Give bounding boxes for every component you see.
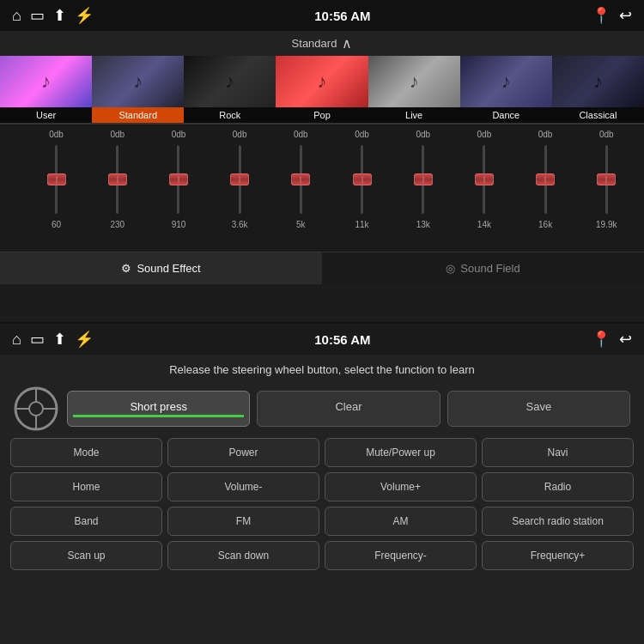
tab-sound-effect[interactable]: ⚙ Sound Effect — [0, 252, 322, 284]
back-icon-2[interactable]: ↩ — [619, 330, 632, 349]
chevron-up-icon[interactable]: ⬆ — [53, 6, 66, 25]
back-icon[interactable]: ↩ — [619, 6, 632, 25]
sound-effect-icon: ⚙ — [121, 262, 131, 275]
sw-btn-group: Short press Clear Save — [67, 391, 630, 427]
location-icon-2[interactable]: 📍 — [592, 330, 611, 349]
top-time: 10:56 AM — [314, 9, 370, 23]
preset-bar[interactable]: Standard ∧ — [0, 31, 644, 56]
fader-track — [422, 145, 424, 214]
preset-thumb-dance[interactable]: ♪ Dance — [460, 56, 552, 123]
bottom-status-left-icons: ⌂ ▭ ⬆ ⚡ — [12, 330, 94, 349]
function-button[interactable]: Scan down — [167, 541, 319, 570]
location-icon[interactable]: 📍 — [592, 6, 611, 25]
function-button[interactable]: AM — [325, 507, 477, 536]
eq-freq-label: 910 — [161, 220, 197, 229]
eq-faders — [26, 141, 637, 218]
preset-label-user: User — [0, 107, 92, 123]
eq-db-label: 0db — [405, 130, 441, 139]
tab-sound-field[interactable]: ◎ Sound Field — [322, 252, 644, 284]
clear-button[interactable]: Clear — [257, 391, 440, 427]
preset-label-pop: Pop — [276, 107, 368, 123]
preset-thumb-standard[interactable]: ♪ Standard — [92, 56, 184, 123]
chevron-up-icon-2[interactable]: ⬆ — [53, 330, 66, 349]
fader-col — [405, 141, 441, 218]
eq-db-label: 0db — [344, 130, 380, 139]
save-button[interactable]: Save — [447, 391, 630, 427]
screen-icon-2[interactable]: ▭ — [30, 330, 45, 349]
preset-label-standard: Standard — [92, 107, 184, 123]
function-button[interactable]: Volume+ — [325, 472, 477, 501]
function-button[interactable]: Mute/Power up — [325, 438, 477, 467]
fader-track — [55, 145, 58, 214]
fader-handle[interactable] — [291, 173, 310, 185]
preset-label-live: Live — [368, 107, 460, 123]
fader-col — [283, 141, 319, 218]
fader-handle[interactable] — [597, 173, 616, 185]
eq-db-label: 0db — [527, 130, 563, 139]
steering-wheel-icon — [14, 386, 58, 431]
fader-track — [544, 145, 547, 214]
function-button[interactable]: Frequency- — [325, 541, 477, 570]
fader-handle[interactable] — [47, 173, 66, 185]
sound-field-icon: ◎ — [446, 262, 455, 275]
eq-freq-label: 60 — [39, 220, 75, 229]
bottom-time: 10:56 AM — [314, 332, 370, 347]
svg-point-1 — [29, 402, 43, 416]
function-button[interactable]: Home — [10, 472, 162, 501]
preset-thumbnails: ♪ User ♪ Standard ♪ Rock ♪ Pop ♪ Live — [0, 56, 644, 125]
screen-icon[interactable]: ▭ — [30, 6, 45, 25]
eq-area: 0db0db0db0db0db0db0db0db0db0db 4 0 -4 Hz… — [0, 125, 644, 252]
fader-track — [605, 145, 608, 214]
function-button[interactable]: Scan up — [10, 541, 162, 570]
fader-handle[interactable] — [414, 173, 433, 185]
fader-col — [161, 141, 197, 218]
eq-freq-label: 16k — [527, 220, 563, 229]
top-status-bar: ⌂ ▭ ⬆ ⚡ 10:56 AM 📍 ↩ — [0, 0, 644, 31]
function-button[interactable]: Search radio station — [482, 507, 634, 536]
bottom-status-bar: ⌂ ▭ ⬆ ⚡ 10:56 AM 📍 ↩ — [0, 324, 644, 355]
preset-thumb-rock[interactable]: ♪ Rock — [184, 56, 276, 123]
function-button[interactable]: Radio — [482, 472, 634, 501]
fader-track — [239, 145, 241, 214]
preset-thumb-live[interactable]: ♪ Live — [368, 56, 460, 123]
top-status-left-icons: ⌂ ▭ ⬆ ⚡ — [12, 6, 94, 25]
eq-freq-label: 230 — [100, 220, 136, 229]
fader-handle[interactable] — [169, 173, 188, 185]
function-button[interactable]: Mode — [10, 438, 162, 467]
function-button[interactable]: FM — [167, 507, 319, 536]
function-button[interactable]: Volume- — [167, 472, 319, 501]
fader-handle[interactable] — [536, 173, 555, 185]
short-press-button[interactable]: Short press — [67, 391, 250, 427]
function-button[interactable]: Band — [10, 507, 162, 536]
preset-chevron-icon[interactable]: ∧ — [342, 35, 352, 52]
fader-handle[interactable] — [108, 173, 127, 185]
usb-icon-2[interactable]: ⚡ — [75, 330, 94, 349]
function-grid: ModePowerMute/Power upNaviHomeVolume-Vol… — [0, 438, 644, 570]
preset-thumb-classical[interactable]: ♪ Classical — [552, 56, 644, 123]
fader-col — [39, 141, 75, 218]
bottom-status-right-icons: 📍 ↩ — [592, 330, 632, 349]
eq-db-label: 0db — [39, 130, 75, 139]
function-button[interactable]: Frequency+ — [482, 541, 634, 570]
preset-label-rock: Rock — [184, 107, 276, 123]
eq-freq-label: 5k — [283, 220, 319, 229]
fader-handle[interactable] — [353, 173, 372, 185]
function-button[interactable]: Navi — [482, 438, 634, 467]
eq-freq-labels: 602309103.6k5k11k13k14k16k19.9k — [26, 220, 637, 229]
eq-db-label: 0db — [222, 130, 258, 139]
eq-freq-label: 19.9k — [588, 220, 624, 229]
function-button[interactable]: Power — [167, 438, 319, 467]
preset-label: Standard — [292, 37, 337, 50]
preset-label-dance: Dance — [460, 107, 552, 123]
usb-icon[interactable]: ⚡ — [75, 6, 94, 25]
home-icon-2[interactable]: ⌂ — [12, 331, 21, 349]
fader-handle[interactable] — [475, 173, 494, 185]
fader-col — [466, 141, 502, 218]
preset-thumb-pop[interactable]: ♪ Pop — [276, 56, 368, 123]
home-icon[interactable]: ⌂ — [12, 7, 21, 25]
eq-freq-label: 3.6k — [222, 220, 258, 229]
steering-wheel-panel: ⌂ ▭ ⬆ ⚡ 10:56 AM 📍 ↩ Release the steerin… — [0, 324, 644, 644]
fader-handle[interactable] — [230, 173, 249, 185]
fader-col — [588, 141, 624, 218]
preset-thumb-user[interactable]: ♪ User — [0, 56, 92, 123]
